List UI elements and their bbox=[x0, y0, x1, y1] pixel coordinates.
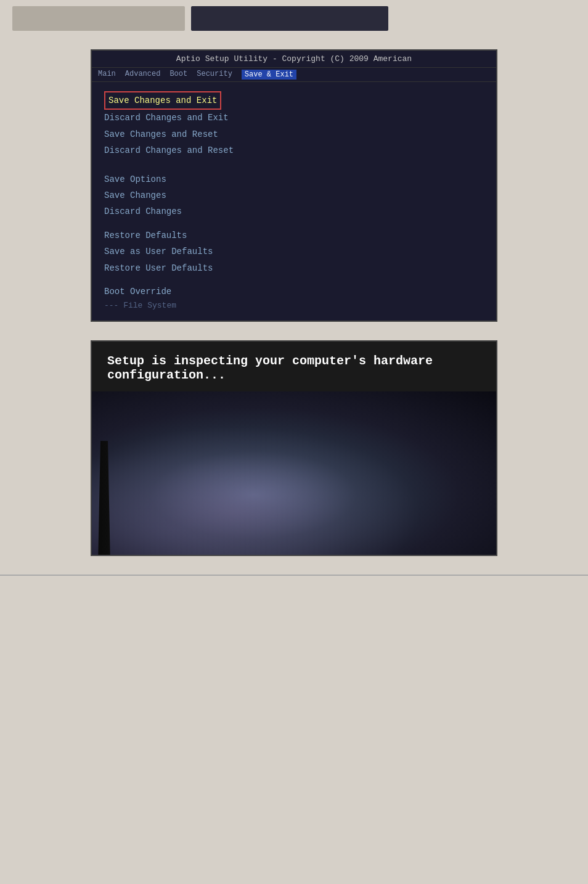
bios-menu-file-system: --- File System bbox=[104, 300, 484, 311]
bios-menu-spacer-3 bbox=[104, 276, 484, 284]
bios-menu-save-changes[interactable]: Save Changes bbox=[104, 187, 484, 203]
bios-menu-discard-changes[interactable]: Discard Changes bbox=[104, 203, 484, 219]
bios-menu-save-changes-exit[interactable]: Save Changes and Exit bbox=[104, 91, 221, 110]
setup-background bbox=[92, 391, 496, 556]
bios-menu-save-options[interactable]: Save Options bbox=[104, 171, 484, 187]
bios-title: Aptio Setup Utility - Copyright (C) 2009… bbox=[176, 54, 412, 63]
top-bar-right-block bbox=[191, 6, 388, 31]
bios-menu-spacer-1 bbox=[104, 159, 484, 166]
main-content: Aptio Setup Utility - Copyright (C) 2009… bbox=[0, 37, 588, 568]
laptop-base-icon bbox=[92, 555, 166, 556]
setup-bg-overlay bbox=[92, 391, 496, 556]
bios-nav-security[interactable]: Security bbox=[197, 70, 232, 80]
bios-menu-restore-user-defaults[interactable]: Restore User Defaults bbox=[104, 260, 484, 276]
bios-menu-restore-defaults[interactable]: Restore Defaults bbox=[104, 227, 484, 244]
bios-menu-spacer-2 bbox=[104, 220, 484, 227]
bios-screenshot: Aptio Setup Utility - Copyright (C) 2009… bbox=[91, 49, 497, 322]
setup-screenshot: Setup is inspecting your computer's hard… bbox=[91, 340, 497, 556]
bios-nav-advanced[interactable]: Advanced bbox=[125, 70, 161, 80]
bios-nav-bar: Main Advanced Boot Security Save & Exit bbox=[92, 68, 496, 82]
setup-header-text: Setup is inspecting your computer's hard… bbox=[92, 342, 496, 391]
bios-nav-save-exit[interactable]: Save & Exit bbox=[242, 70, 296, 80]
bios-header: Aptio Setup Utility - Copyright (C) 2009… bbox=[92, 51, 496, 68]
bottom-divider bbox=[0, 575, 588, 576]
bios-menu-save-user-defaults[interactable]: Save as User Defaults bbox=[104, 244, 484, 260]
bios-nav-main[interactable]: Main bbox=[98, 70, 116, 80]
bios-menu-discard-changes-reset[interactable]: Discard Changes and Reset bbox=[104, 142, 484, 158]
top-bar-left-block bbox=[12, 6, 185, 31]
bios-menu-save-changes-reset[interactable]: Save Changes and Reset bbox=[104, 126, 484, 142]
bios-menu: Save Changes and Exit Discard Changes an… bbox=[92, 82, 496, 321]
top-bar bbox=[0, 0, 588, 37]
bios-nav-boot[interactable]: Boot bbox=[169, 70, 187, 80]
bios-menu-boot-override[interactable]: Boot Override bbox=[104, 284, 484, 300]
bios-menu-discard-changes-exit[interactable]: Discard Changes and Exit bbox=[104, 110, 484, 126]
